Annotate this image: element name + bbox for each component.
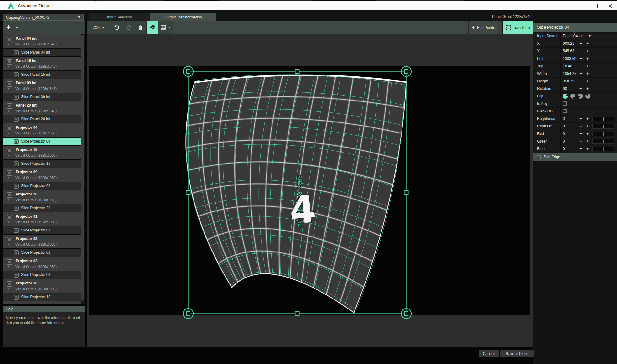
slice-item-projector-20[interactable]: Slice Projector 20 bbox=[3, 204, 81, 212]
selection-edge-handle[interactable] bbox=[404, 190, 408, 195]
slice-enable-checkbox[interactable] bbox=[14, 184, 19, 189]
group-row-projector-09[interactable]: Projector 09 ▼ Virtual Output (1920x1080… bbox=[3, 168, 81, 182]
property-checkbox[interactable] bbox=[563, 109, 567, 113]
pan-tool-button[interactable] bbox=[135, 21, 146, 34]
save-close-button[interactable]: Save & Close bbox=[500, 350, 534, 357]
tab-input-selection[interactable]: Input Selection bbox=[89, 13, 150, 21]
collapse-arrow-icon[interactable]: ▼ bbox=[8, 110, 10, 112]
decrement-button[interactable]: − bbox=[578, 131, 583, 136]
collapse-arrow-icon[interactable]: ▼ bbox=[8, 221, 10, 224]
chevron-down-icon[interactable] bbox=[588, 35, 591, 37]
add-output-button[interactable]: + bbox=[6, 23, 11, 32]
decrement-button[interactable]: − bbox=[578, 139, 583, 143]
property-value[interactable]: 1383.59 bbox=[563, 56, 576, 61]
minimize-button[interactable] bbox=[583, 1, 594, 10]
flip-horizontal-icon[interactable] bbox=[570, 94, 575, 99]
slice-item-projector-04[interactable]: Slice Projector 04 bbox=[3, 138, 81, 145]
collapse-arrow-icon[interactable]: ▼ bbox=[8, 199, 10, 201]
property-value[interactable]: 1054.27 bbox=[563, 71, 576, 76]
property-value[interactable]: 908.21 bbox=[563, 41, 574, 46]
group-enable-checkbox[interactable] bbox=[7, 259, 12, 265]
soft-edge-checkbox[interactable] bbox=[537, 155, 541, 159]
slice-item-panel-09-int[interactable]: Slice Panel 09 int bbox=[3, 93, 81, 101]
slice-enable-checkbox[interactable] bbox=[14, 117, 19, 122]
property-slider[interactable] bbox=[592, 124, 614, 129]
slice-item-panel-15-int[interactable]: Slice Panel 15 int bbox=[3, 71, 81, 79]
slice-enable-checkbox[interactable] bbox=[14, 228, 19, 233]
property-value[interactable]: 0 bbox=[563, 147, 565, 151]
property-slider[interactable] bbox=[592, 132, 614, 136]
scrollbar-thumb[interactable] bbox=[81, 35, 84, 301]
slice-enable-checkbox[interactable] bbox=[14, 50, 19, 55]
property-value[interactable]: 18.48 bbox=[563, 64, 572, 68]
property-value[interactable]: 545.63 bbox=[563, 49, 574, 53]
slider-handle[interactable] bbox=[603, 147, 604, 151]
increment-button[interactable]: + bbox=[585, 64, 590, 68]
cancel-button[interactable]: Cancel bbox=[479, 350, 499, 357]
decrement-button[interactable]: − bbox=[578, 49, 583, 53]
decrement-button[interactable]: − bbox=[578, 86, 583, 91]
collapse-arrow-icon[interactable]: ▼ bbox=[8, 87, 10, 90]
property-value[interactable]: 0 bbox=[563, 139, 565, 143]
slice-item-projector-03[interactable]: Slice Projector 03 bbox=[3, 271, 81, 279]
slice-item-projector-10[interactable]: Slice Projector 10 bbox=[3, 293, 81, 301]
collapse-arrow-icon[interactable]: ▼ bbox=[8, 43, 10, 46]
group-row-projector-02[interactable]: Projector 02 ▼ Virtual Output (1920x1080… bbox=[3, 235, 81, 248]
property-slider[interactable] bbox=[592, 117, 614, 121]
decrement-button[interactable]: − bbox=[578, 56, 583, 61]
group-row-projector-01[interactable]: Projector 01 ▼ Virtual Output (1920x1080… bbox=[3, 212, 81, 226]
soft-edge-section-header[interactable]: Soft Edge bbox=[533, 153, 617, 161]
increment-button[interactable]: + bbox=[585, 139, 590, 143]
group-enable-checkbox[interactable] bbox=[7, 148, 12, 153]
increment-button[interactable]: + bbox=[585, 49, 590, 53]
collapse-arrow-icon[interactable]: ▼ bbox=[8, 65, 10, 68]
selection-edge-handle[interactable] bbox=[295, 312, 299, 316]
collapse-arrow-icon[interactable]: ▼ bbox=[8, 265, 10, 268]
group-row-projector-20[interactable]: Projector 20 ▼ Virtual Output (1920x1080… bbox=[3, 190, 81, 204]
decrement-button[interactable]: − bbox=[578, 41, 583, 46]
sidebar-scrollbar[interactable] bbox=[81, 34, 85, 304]
group-enable-checkbox[interactable] bbox=[7, 237, 12, 242]
property-slider[interactable] bbox=[592, 139, 614, 144]
grid-options-button[interactable] bbox=[158, 21, 173, 34]
property-value[interactable]: 950.79 bbox=[563, 79, 574, 83]
decrement-button[interactable]: − bbox=[578, 124, 583, 128]
increment-button[interactable]: + bbox=[585, 86, 590, 91]
zoom-level-dropdown[interactable]: 73% bbox=[87, 21, 111, 34]
flip-vertical-icon[interactable] bbox=[578, 94, 583, 99]
decrement-button[interactable]: − bbox=[578, 79, 583, 83]
undo-button[interactable] bbox=[111, 21, 122, 34]
group-enable-checkbox[interactable] bbox=[7, 192, 12, 198]
property-checkbox[interactable] bbox=[563, 101, 567, 106]
edit-points-button[interactable]: + Edit Points bbox=[468, 21, 498, 34]
group-enable-checkbox[interactable] bbox=[7, 103, 12, 109]
slice-enable-checkbox[interactable] bbox=[14, 206, 19, 211]
snap-tool-button[interactable] bbox=[146, 21, 158, 34]
maximize-button[interactable] bbox=[594, 1, 604, 10]
group-enable-checkbox[interactable] bbox=[7, 170, 12, 176]
group-row-projector-11[interactable]: Projector 11 ▼ bbox=[3, 301, 81, 304]
increment-button[interactable]: + bbox=[585, 41, 590, 46]
decrement-button[interactable]: − bbox=[578, 146, 583, 151]
group-enable-checkbox[interactable] bbox=[7, 81, 12, 87]
collapse-arrow-icon[interactable]: ▼ bbox=[8, 176, 10, 179]
slice-enable-checkbox[interactable] bbox=[14, 250, 19, 255]
group-enable-checkbox[interactable] bbox=[7, 37, 12, 42]
group-row-panel-04-int[interactable]: Panel 04 int ▼ Virtual Output (1228x1546… bbox=[3, 34, 81, 48]
slice-item-projector-09[interactable]: Slice Projector 09 bbox=[3, 182, 81, 190]
tab-output-transformation[interactable]: Output Transformation bbox=[150, 13, 216, 21]
collapse-arrow-icon[interactable]: ▼ bbox=[8, 132, 10, 135]
decrement-button[interactable]: − bbox=[578, 71, 583, 76]
decrement-button[interactable]: − bbox=[578, 116, 583, 121]
group-row-panel-15-int[interactable]: Panel 15 int ▼ Virtual Output (1228x1546… bbox=[3, 57, 81, 70]
increment-button[interactable]: + bbox=[585, 116, 590, 121]
chevron-down-icon[interactable] bbox=[16, 27, 18, 29]
collapse-arrow-icon[interactable]: ▼ bbox=[8, 288, 10, 290]
close-button[interactable] bbox=[605, 1, 616, 10]
group-enable-checkbox[interactable] bbox=[7, 304, 12, 304]
group-enable-checkbox[interactable] bbox=[7, 126, 12, 131]
mapping-version-dropdown[interactable]: MappingVersion_00.00.72 bbox=[3, 14, 84, 21]
slice-enable-checkbox[interactable] bbox=[14, 273, 19, 278]
property-value[interactable]: 90 bbox=[563, 86, 567, 91]
output-canvas[interactable]: Slice Projector 044 bbox=[87, 34, 533, 347]
